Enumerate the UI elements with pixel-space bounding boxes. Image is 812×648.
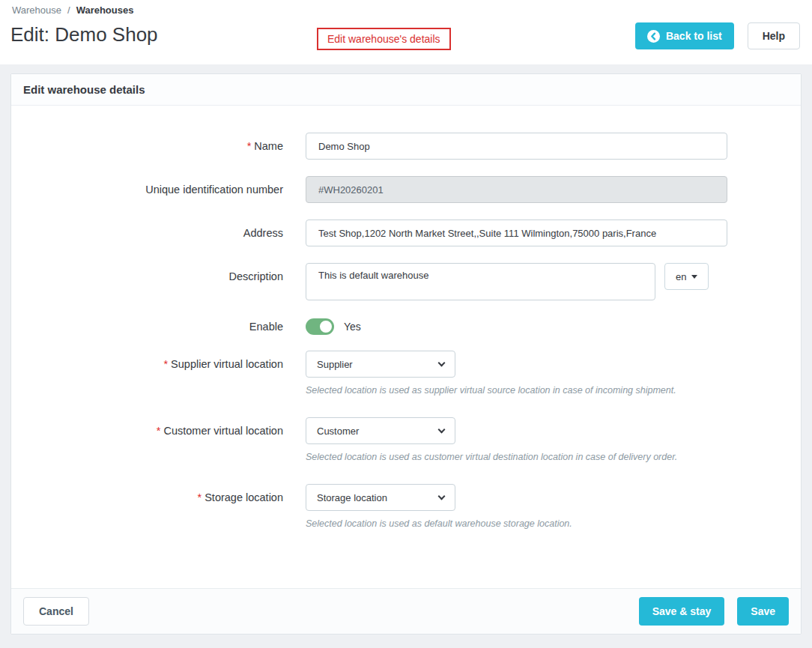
breadcrumb-section[interactable]: Warehouse: [12, 4, 61, 16]
panel-title: Edit warehouse details: [11, 74, 801, 106]
caret-down-icon: [691, 275, 697, 279]
breadcrumb-separator: /: [67, 4, 70, 16]
customer-location-select[interactable]: Customer: [306, 417, 455, 444]
storage-location-group: Storage location Selected location is us…: [306, 484, 572, 529]
back-to-list-label: Back to list: [666, 30, 722, 42]
edit-warehouse-panel: Edit warehouse details *Name Unique iden…: [10, 73, 802, 635]
supplier-location-select[interactable]: Supplier: [306, 351, 455, 378]
language-dropdown-button[interactable]: en: [664, 263, 709, 290]
supplier-location-row: *Supplier virtual location Supplier Sele…: [11, 351, 801, 396]
address-label: Address: [11, 219, 306, 240]
enable-state-label: Yes: [344, 321, 361, 333]
supplier-location-group: Supplier Selected location is used as su…: [306, 351, 676, 396]
footer-save-actions: Save & stay Save: [639, 597, 789, 626]
page-header: Warehouse / Warehouses Edit: Demo Shop E…: [0, 0, 812, 64]
name-row: *Name: [11, 133, 801, 160]
enable-row: Enable Yes: [11, 318, 801, 335]
customer-location-help: Selected location is used as customer vi…: [306, 452, 677, 462]
breadcrumb: Warehouse / Warehouses: [12, 4, 133, 16]
warehouse-form: *Name Unique identification number Addre…: [11, 106, 801, 588]
required-asterisk: *: [163, 358, 168, 370]
back-to-list-button[interactable]: Back to list: [635, 22, 734, 49]
name-input[interactable]: [306, 133, 727, 160]
breadcrumb-current[interactable]: Warehouses: [76, 4, 134, 16]
supplier-location-value: Supplier: [317, 359, 353, 370]
storage-location-row: *Storage location Storage location Selec…: [11, 484, 801, 529]
enable-label: Enable: [11, 320, 306, 333]
description-label: Description: [11, 263, 306, 283]
address-input[interactable]: [306, 219, 727, 246]
toggle-knob: [318, 319, 333, 334]
storage-location-help: Selected location is used as default war…: [306, 518, 572, 529]
description-row: Description en: [11, 263, 801, 300]
name-label: *Name: [11, 133, 306, 153]
save-and-stay-button[interactable]: Save & stay: [639, 597, 725, 626]
chevron-down-icon: [438, 360, 446, 367]
description-textarea[interactable]: [306, 263, 655, 300]
storage-location-select[interactable]: Storage location: [306, 484, 455, 511]
address-row: Address: [11, 219, 801, 246]
supplier-location-label: *Supplier virtual location: [11, 351, 306, 371]
chevron-down-icon: [438, 426, 446, 434]
save-button[interactable]: Save: [737, 597, 789, 626]
storage-location-label: *Storage location: [11, 484, 306, 504]
panel-footer: Cancel Save & stay Save: [11, 588, 801, 634]
page-title: Edit: Demo Shop: [10, 23, 158, 46]
uid-label: Unique identification number: [11, 176, 306, 196]
chevron-down-icon: [438, 493, 446, 500]
back-circle-icon: [647, 30, 660, 43]
storage-location-value: Storage location: [317, 492, 387, 503]
customer-location-value: Customer: [317, 426, 359, 437]
enable-toggle[interactable]: [306, 318, 334, 335]
required-asterisk: *: [247, 140, 252, 152]
supplier-location-help: Selected location is used as supplier vi…: [306, 385, 676, 396]
uid-row: Unique identification number: [11, 176, 801, 203]
language-code: en: [676, 271, 686, 282]
uid-input: [306, 176, 727, 203]
customer-location-row: *Customer virtual location Customer Sele…: [11, 417, 801, 462]
customer-location-label: *Customer virtual location: [11, 417, 306, 437]
cancel-button[interactable]: Cancel: [23, 597, 89, 626]
annotation-callout: Edit warehouse's details: [317, 28, 451, 50]
header-actions: Back to list Help: [635, 22, 800, 49]
required-asterisk: *: [198, 491, 202, 503]
customer-location-group: Customer Selected location is used as cu…: [306, 417, 677, 462]
required-asterisk: *: [157, 425, 161, 437]
help-button[interactable]: Help: [748, 22, 800, 49]
